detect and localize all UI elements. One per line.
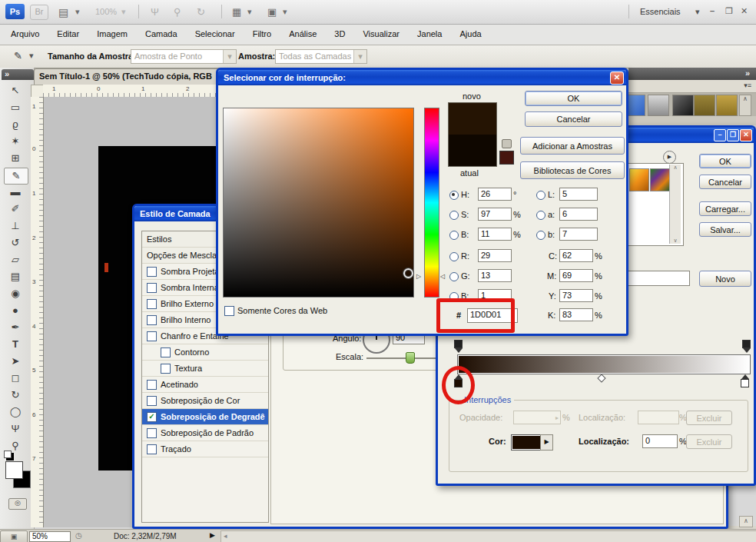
menu-ajuda[interactable]: Ajuda xyxy=(453,25,489,42)
current-color-swatch[interactable] xyxy=(449,135,496,166)
r-radio[interactable] xyxy=(449,252,459,261)
close-button[interactable]: ✕ xyxy=(740,129,752,141)
menu-editar[interactable]: Editar xyxy=(49,25,87,42)
style-thumbnail[interactable] xyxy=(716,95,738,116)
l-field[interactable]: 5 xyxy=(559,188,598,201)
checkbox[interactable] xyxy=(147,315,157,325)
menu-arquivo[interactable]: Arquivo xyxy=(3,25,47,42)
tool-dropdown-icon[interactable]: ▾ xyxy=(29,51,34,61)
clone-stamp-tool[interactable]: ⊥ xyxy=(4,218,27,234)
style-thumbnail[interactable] xyxy=(648,95,669,116)
sample-size-select[interactable]: Amostra de Ponto ▾ xyxy=(131,49,237,64)
b-field[interactable]: 11 xyxy=(478,228,512,241)
checkbox-checked[interactable]: ✓ xyxy=(147,412,157,422)
picker-cancel-button[interactable]: Cancelar xyxy=(525,111,622,127)
hue-slider-right-arrow[interactable]: ◁ xyxy=(440,273,445,280)
brush-tool[interactable]: ✐ xyxy=(4,201,27,217)
scale-slider-handle[interactable] xyxy=(406,352,415,364)
panel-scrollbar[interactable]: ∧ xyxy=(739,95,751,116)
g-field[interactable]: 13 xyxy=(478,269,512,282)
stop-color-arrow-button[interactable]: ▶ xyxy=(540,434,553,451)
eraser-tool[interactable]: ▱ xyxy=(4,252,27,268)
b-radio[interactable] xyxy=(449,231,459,240)
menu-janela[interactable]: Janela xyxy=(410,25,449,42)
l-radio[interactable] xyxy=(536,191,545,200)
scale-slider-track[interactable] xyxy=(366,357,437,359)
effects-item-sobreposicao-cor[interactable]: Sobreposição de Cor xyxy=(142,393,268,409)
zoom-tool-icon[interactable]: ⚲ xyxy=(174,6,181,18)
shape-tool[interactable]: ◻ xyxy=(4,371,27,386)
color-stop-end[interactable] xyxy=(740,374,750,387)
menu-analise[interactable]: Análise xyxy=(281,25,324,42)
layout-dropdown-icon[interactable]: ▾ xyxy=(75,7,80,17)
layers-scroll-up[interactable]: ∧ xyxy=(739,516,753,527)
checkbox[interactable] xyxy=(147,428,157,438)
a-radio[interactable] xyxy=(536,211,545,220)
foreground-color-swatch[interactable] xyxy=(5,461,23,479)
menu-3d[interactable]: 3D xyxy=(327,25,353,42)
type-tool[interactable]: T xyxy=(4,337,27,352)
h-field[interactable]: 26 xyxy=(478,188,512,201)
picker-ok-button[interactable]: OK xyxy=(525,91,622,106)
add-to-swatches-button[interactable]: Adicionar a Amostras xyxy=(520,137,625,155)
path-selection-tool[interactable]: ➤ xyxy=(4,354,27,369)
gradient-preset-thumbnail[interactable] xyxy=(629,168,649,191)
scroll-up-icon[interactable]: ∧ xyxy=(670,165,681,171)
color-field[interactable] xyxy=(223,108,414,298)
move-tool[interactable]: ↖ xyxy=(4,83,27,98)
s-radio[interactable] xyxy=(449,211,459,220)
y-field[interactable]: 73 xyxy=(559,289,593,302)
gradient-ok-button[interactable]: OK xyxy=(699,154,751,168)
eyedropper-option-icon[interactable]: ✎ xyxy=(14,50,22,62)
g-radio[interactable] xyxy=(449,272,459,281)
color-libraries-button[interactable]: Bibliotecas de Cores xyxy=(520,161,625,179)
dodge-tool[interactable]: ● xyxy=(4,303,27,318)
r-field[interactable]: 29 xyxy=(478,249,512,262)
checkbox[interactable] xyxy=(161,364,171,374)
restore-button[interactable]: ❐ xyxy=(727,129,739,141)
c-field[interactable]: 62 xyxy=(559,249,593,262)
close-icon[interactable]: ✕ xyxy=(610,71,624,85)
hue-slider-left-arrow[interactable]: ▷ xyxy=(416,273,421,280)
zoom-field[interactable]: 50% xyxy=(29,531,71,542)
gamut-warning-icon[interactable] xyxy=(502,139,512,148)
stop-color-swatch[interactable] xyxy=(511,434,542,451)
opacity-stop-start[interactable] xyxy=(453,340,463,353)
default-colors-icon[interactable] xyxy=(4,451,12,458)
checkbox[interactable] xyxy=(147,331,157,341)
hand-icon[interactable]: Ψ xyxy=(151,6,159,18)
extras-dropdown-icon[interactable]: ▾ xyxy=(247,7,252,17)
menu-filtro[interactable]: Filtro xyxy=(245,25,279,42)
a-field[interactable]: 6 xyxy=(559,208,598,221)
quick-mask-button[interactable]: ◎ xyxy=(8,498,27,510)
checkbox[interactable] xyxy=(147,396,157,406)
checkbox[interactable] xyxy=(147,283,157,293)
color-location-field[interactable]: 0 xyxy=(642,434,678,448)
gamut-color-swatch[interactable] xyxy=(499,151,514,165)
orbit-3d-tool[interactable]: ◯ xyxy=(4,404,27,420)
sample-select[interactable]: Todas as Camadas ▾ xyxy=(275,49,367,64)
h-radio[interactable] xyxy=(449,191,459,200)
bridge-button[interactable]: Br xyxy=(30,5,48,20)
style-thumbnail[interactable] xyxy=(672,95,694,116)
horizontal-scrollbar[interactable]: ◂ xyxy=(220,530,756,542)
gradient-cancel-button[interactable]: Cancelar xyxy=(699,175,751,189)
web-colors-checkbox[interactable] xyxy=(224,306,234,316)
effects-item-sobreposicao-degrade[interactable]: ✓Sobreposição de Degradê xyxy=(142,409,268,425)
s-field[interactable]: 97 xyxy=(478,208,512,221)
effects-item-contorno[interactable]: Contorno xyxy=(142,344,268,361)
marquee-tool[interactable]: ▭ xyxy=(4,100,27,115)
scroll-down-icon[interactable]: ∨ xyxy=(670,238,681,244)
gradient-preview-bar[interactable] xyxy=(457,354,751,374)
rotate-3d-tool[interactable]: ↻ xyxy=(4,387,27,403)
menu-visualizar[interactable]: Visualizar xyxy=(355,25,407,42)
crop-tool[interactable]: ⊞ xyxy=(4,151,27,166)
menu-selecionar[interactable]: Selecionar xyxy=(187,25,243,42)
lab-b-field[interactable]: 7 xyxy=(559,228,598,241)
color-picker-titlebar[interactable]: Selecionar cor de interrupção: ✕ xyxy=(218,70,626,85)
layout-icon[interactable]: ▤ xyxy=(58,6,68,18)
checkbox[interactable] xyxy=(147,267,157,277)
hand-tool[interactable]: Ψ xyxy=(4,421,27,437)
status-flyout-icon[interactable]: ▶ xyxy=(210,531,215,539)
lasso-tool[interactable]: ϱ xyxy=(4,117,27,132)
